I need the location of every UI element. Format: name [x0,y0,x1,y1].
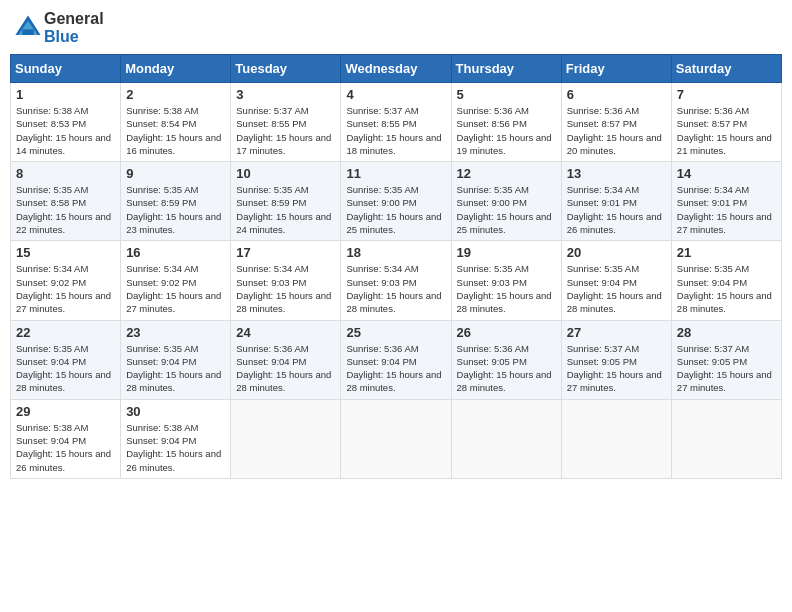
day-number: 20 [567,245,666,260]
daylight-text: Daylight: 15 hours and 28 minutes. [457,369,552,393]
sunrise-text: Sunrise: 5:34 AM [567,184,639,195]
day-number: 21 [677,245,776,260]
weekday-header-sunday: Sunday [11,55,121,83]
logo-general-text: General [44,10,104,27]
day-info: Sunrise: 5:38 AM Sunset: 9:04 PM Dayligh… [16,421,115,474]
sunrise-text: Sunrise: 5:35 AM [236,184,308,195]
day-number: 10 [236,166,335,181]
sunrise-text: Sunrise: 5:34 AM [677,184,749,195]
daylight-text: Daylight: 15 hours and 24 minutes. [236,211,331,235]
sunset-text: Sunset: 9:05 PM [677,356,747,367]
calendar-week-2: 8 Sunrise: 5:35 AM Sunset: 8:58 PM Dayli… [11,162,782,241]
day-info: Sunrise: 5:36 AM Sunset: 8:57 PM Dayligh… [677,104,776,157]
day-number: 13 [567,166,666,181]
weekday-header-tuesday: Tuesday [231,55,341,83]
daylight-text: Daylight: 15 hours and 25 minutes. [457,211,552,235]
day-info: Sunrise: 5:35 AM Sunset: 9:04 PM Dayligh… [567,262,666,315]
calendar-cell: 15 Sunrise: 5:34 AM Sunset: 9:02 PM Dayl… [11,241,121,320]
sunset-text: Sunset: 9:02 PM [126,277,196,288]
sunset-text: Sunset: 8:59 PM [126,197,196,208]
daylight-text: Daylight: 15 hours and 28 minutes. [126,369,221,393]
sunrise-text: Sunrise: 5:35 AM [16,184,88,195]
day-number: 6 [567,87,666,102]
daylight-text: Daylight: 15 hours and 28 minutes. [16,369,111,393]
day-info: Sunrise: 5:35 AM Sunset: 9:03 PM Dayligh… [457,262,556,315]
calendar-cell: 24 Sunrise: 5:36 AM Sunset: 9:04 PM Dayl… [231,320,341,399]
day-info: Sunrise: 5:38 AM Sunset: 8:54 PM Dayligh… [126,104,225,157]
day-number: 9 [126,166,225,181]
day-number: 17 [236,245,335,260]
day-info: Sunrise: 5:35 AM Sunset: 9:04 PM Dayligh… [677,262,776,315]
calendar-cell: 6 Sunrise: 5:36 AM Sunset: 8:57 PM Dayli… [561,83,671,162]
calendar-cell: 11 Sunrise: 5:35 AM Sunset: 9:00 PM Dayl… [341,162,451,241]
daylight-text: Daylight: 15 hours and 28 minutes. [346,369,441,393]
sunrise-text: Sunrise: 5:37 AM [677,343,749,354]
svg-rect-2 [22,29,33,35]
day-info: Sunrise: 5:36 AM Sunset: 9:05 PM Dayligh… [457,342,556,395]
daylight-text: Daylight: 15 hours and 26 minutes. [126,448,221,472]
day-number: 30 [126,404,225,419]
sunset-text: Sunset: 8:54 PM [126,118,196,129]
calendar-cell [451,399,561,478]
day-number: 16 [126,245,225,260]
day-info: Sunrise: 5:37 AM Sunset: 9:05 PM Dayligh… [677,342,776,395]
daylight-text: Daylight: 15 hours and 28 minutes. [346,290,441,314]
calendar-cell: 8 Sunrise: 5:35 AM Sunset: 8:58 PM Dayli… [11,162,121,241]
day-number: 11 [346,166,445,181]
sunrise-text: Sunrise: 5:36 AM [677,105,749,116]
calendar-cell: 14 Sunrise: 5:34 AM Sunset: 9:01 PM Dayl… [671,162,781,241]
day-info: Sunrise: 5:36 AM Sunset: 9:04 PM Dayligh… [236,342,335,395]
sunset-text: Sunset: 9:04 PM [346,356,416,367]
day-info: Sunrise: 5:37 AM Sunset: 8:55 PM Dayligh… [236,104,335,157]
sunset-text: Sunset: 8:59 PM [236,197,306,208]
calendar-cell: 17 Sunrise: 5:34 AM Sunset: 9:03 PM Dayl… [231,241,341,320]
calendar-week-3: 15 Sunrise: 5:34 AM Sunset: 9:02 PM Dayl… [11,241,782,320]
day-info: Sunrise: 5:36 AM Sunset: 8:57 PM Dayligh… [567,104,666,157]
calendar-header-row: SundayMondayTuesdayWednesdayThursdayFrid… [11,55,782,83]
calendar-cell: 27 Sunrise: 5:37 AM Sunset: 9:05 PM Dayl… [561,320,671,399]
sunset-text: Sunset: 9:04 PM [567,277,637,288]
calendar-cell: 28 Sunrise: 5:37 AM Sunset: 9:05 PM Dayl… [671,320,781,399]
sunset-text: Sunset: 9:04 PM [126,356,196,367]
day-number: 28 [677,325,776,340]
day-info: Sunrise: 5:34 AM Sunset: 9:03 PM Dayligh… [236,262,335,315]
calendar-cell [231,399,341,478]
daylight-text: Daylight: 15 hours and 23 minutes. [126,211,221,235]
day-info: Sunrise: 5:34 AM Sunset: 9:01 PM Dayligh… [677,183,776,236]
sunrise-text: Sunrise: 5:34 AM [346,263,418,274]
sunrise-text: Sunrise: 5:38 AM [126,422,198,433]
day-number: 8 [16,166,115,181]
calendar-cell: 3 Sunrise: 5:37 AM Sunset: 8:55 PM Dayli… [231,83,341,162]
day-info: Sunrise: 5:34 AM Sunset: 9:02 PM Dayligh… [16,262,115,315]
day-info: Sunrise: 5:37 AM Sunset: 8:55 PM Dayligh… [346,104,445,157]
daylight-text: Daylight: 15 hours and 26 minutes. [16,448,111,472]
day-number: 7 [677,87,776,102]
day-number: 19 [457,245,556,260]
sunset-text: Sunset: 9:05 PM [457,356,527,367]
calendar-cell: 7 Sunrise: 5:36 AM Sunset: 8:57 PM Dayli… [671,83,781,162]
weekday-header-saturday: Saturday [671,55,781,83]
weekday-header-thursday: Thursday [451,55,561,83]
day-number: 15 [16,245,115,260]
sunset-text: Sunset: 9:01 PM [677,197,747,208]
day-info: Sunrise: 5:34 AM Sunset: 9:01 PM Dayligh… [567,183,666,236]
sunrise-text: Sunrise: 5:35 AM [677,263,749,274]
day-info: Sunrise: 5:34 AM Sunset: 9:02 PM Dayligh… [126,262,225,315]
daylight-text: Daylight: 15 hours and 28 minutes. [236,290,331,314]
day-number: 27 [567,325,666,340]
sunrise-text: Sunrise: 5:35 AM [126,343,198,354]
day-number: 29 [16,404,115,419]
day-number: 25 [346,325,445,340]
day-number: 22 [16,325,115,340]
weekday-header-friday: Friday [561,55,671,83]
day-info: Sunrise: 5:38 AM Sunset: 9:04 PM Dayligh… [126,421,225,474]
day-number: 23 [126,325,225,340]
daylight-text: Daylight: 15 hours and 27 minutes. [567,369,662,393]
day-info: Sunrise: 5:35 AM Sunset: 8:59 PM Dayligh… [126,183,225,236]
calendar-cell: 26 Sunrise: 5:36 AM Sunset: 9:05 PM Dayl… [451,320,561,399]
sunset-text: Sunset: 9:03 PM [236,277,306,288]
calendar-cell: 18 Sunrise: 5:34 AM Sunset: 9:03 PM Dayl… [341,241,451,320]
calendar-cell: 19 Sunrise: 5:35 AM Sunset: 9:03 PM Dayl… [451,241,561,320]
sunset-text: Sunset: 9:03 PM [346,277,416,288]
day-number: 4 [346,87,445,102]
